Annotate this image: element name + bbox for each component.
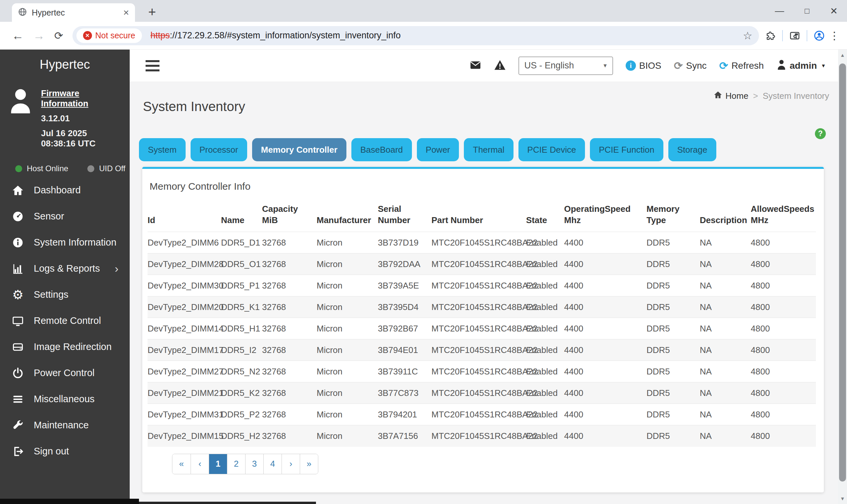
tab-bar: System Processor Memory Controller BaseB… (139, 138, 716, 161)
scrollbar-thumb[interactable] (839, 64, 846, 482)
table-cell: DevType2_DIMM27 (148, 361, 221, 382)
page-first-button[interactable]: « (172, 454, 191, 474)
window-minimize-icon[interactable]: — (775, 6, 784, 16)
tab-pcie-device[interactable]: PCIE Device (518, 138, 585, 161)
warning-icon[interactable] (494, 59, 506, 72)
window-close-icon[interactable]: ✕ (830, 6, 838, 17)
breadcrumb-home-icon (714, 91, 722, 102)
breadcrumb-home-link[interactable]: Home (714, 91, 748, 102)
help-icon[interactable]: ? (815, 128, 826, 139)
table-cell: 32768 (262, 425, 317, 447)
table-cell: MTC20F1045S1RC48BA22 (431, 425, 526, 447)
table-cell: DDR5_N2 (221, 361, 262, 382)
table-cell: 32768 (262, 296, 317, 318)
side-panel-search-icon[interactable] (788, 30, 801, 41)
scrollbar[interactable]: ▲ ▼ (838, 50, 847, 504)
refresh-icon: ⟳ (719, 60, 728, 71)
table-cell: 4400 (564, 361, 646, 382)
window-maximize-icon[interactable]: □ (805, 6, 810, 16)
page-3-button[interactable]: 3 (245, 454, 263, 474)
page-4-button[interactable]: 4 (263, 454, 281, 474)
mail-icon[interactable] (469, 59, 481, 72)
browser-tab[interactable]: Hypertec × (12, 3, 135, 22)
table-cell: DevType2_DIMM30 (148, 275, 221, 296)
sidebar-item-settings[interactable]: ⚙ Settings (0, 282, 130, 308)
sidebar-item-logs-reports[interactable]: Logs & Reports › (0, 255, 130, 282)
sidebar-item-maintenance[interactable]: Maintenance (0, 412, 130, 438)
profile-icon[interactable] (813, 30, 826, 42)
sidebar-item-image-redirection[interactable]: Image Redirection (0, 334, 130, 360)
table-cell: DDR5 (646, 253, 700, 275)
table-cell: 4800 (751, 425, 816, 447)
url-bar[interactable]: ✕ Not secure https://172.29.2.58/#system… (72, 26, 759, 45)
scroll-up-icon[interactable]: ▲ (838, 52, 847, 58)
table-cell: 4400 (564, 318, 646, 339)
tab-close-icon[interactable]: × (123, 7, 129, 18)
page-next-button[interactable]: › (281, 454, 300, 474)
bookmark-star-icon[interactable]: ☆ (743, 30, 753, 42)
page-prev-button[interactable]: ‹ (191, 454, 209, 474)
bottom-clipped-bar (0, 499, 139, 504)
tab-power[interactable]: Power (417, 138, 459, 161)
table-cell: 4400 (564, 296, 646, 318)
firmware-build-time: Jul 16 2025 08:38:16 UTC (41, 128, 121, 149)
forward-icon[interactable]: → (33, 30, 45, 42)
sidebar-item-remote-control[interactable]: Remote Control (0, 308, 130, 334)
page-last-button[interactable]: » (300, 454, 318, 474)
tab-memory-controller[interactable]: Memory Controller (252, 138, 346, 161)
firmware-information-link[interactable]: Firmware Information (41, 88, 121, 109)
table-cell: 3B794201 (378, 404, 431, 425)
page-2-button[interactable]: 2 (227, 454, 245, 474)
menu-toggle-icon[interactable] (145, 60, 159, 71)
table-cell: DevType2_DIMM17 (148, 339, 221, 361)
col-allowed-speeds: AllowedSpeedsMHz (751, 200, 816, 232)
new-tab-button[interactable]: + (148, 5, 156, 19)
table-cell: 4400 (564, 404, 646, 425)
table-row: DevType2_DIMM6DDR5_D132768Micron3B737D19… (148, 232, 816, 253)
sidebar-item-miscellaneous[interactable]: Miscellaneous (0, 386, 130, 412)
table-row: DevType2_DIMM20DDR5_K132768Micron3B7395D… (148, 296, 816, 318)
reload-icon[interactable]: ⟳ (54, 31, 63, 41)
not-secure-badge[interactable]: ✕ Not secure (76, 29, 142, 43)
extensions-icon[interactable] (764, 31, 777, 41)
table-row: DevType2_DIMM28DDR5_O132768Micron3B792DA… (148, 253, 816, 275)
uid-status: UID Off (87, 164, 125, 173)
scroll-down-icon[interactable]: ▼ (838, 496, 847, 501)
bios-button[interactable]: i BIOS (626, 60, 661, 71)
col-id: Id (148, 200, 221, 232)
sign-out-icon (11, 446, 24, 457)
table-cell: 3B737D19 (378, 232, 431, 253)
sidebar-item-system-information[interactable]: System Information (0, 229, 130, 255)
sidebar-item-power-control[interactable]: Power Control (0, 360, 130, 386)
table-cell: 3B739A5E (378, 275, 431, 296)
user-menu[interactable]: admin ▼ (777, 59, 826, 72)
tab-pcie-function[interactable]: PCIE Function (590, 138, 663, 161)
tab-system[interactable]: System (139, 138, 186, 161)
table-cell: DDR5 (646, 339, 700, 361)
table-cell: NA (700, 275, 751, 296)
table-cell: Micron (317, 296, 378, 318)
tab-baseboard[interactable]: BaseBoard (351, 138, 412, 161)
browser-menu-icon[interactable]: ⋮ (829, 30, 840, 42)
refresh-button[interactable]: ⟳ Refresh (719, 60, 764, 71)
info-icon (11, 237, 24, 249)
tab-thermal[interactable]: Thermal (464, 138, 513, 161)
table-cell: MTC20F1045S1RC48BA22 (431, 404, 526, 425)
language-select[interactable]: US - English ▼ (518, 56, 613, 75)
table-cell: MTC20F1045S1RC48BA22 (431, 275, 526, 296)
tab-processor[interactable]: Processor (191, 138, 247, 161)
table-cell: DevType2_DIMM14 (148, 318, 221, 339)
sidebar-item-sign-out[interactable]: Sign out (0, 438, 130, 464)
col-operating-speed: OperatingSpeedMhz (564, 200, 646, 232)
table-cell: 3B792DAA (378, 253, 431, 275)
page-1-button[interactable]: 1 (209, 454, 227, 474)
sidebar-item-dashboard[interactable]: Dashboard (0, 177, 130, 203)
table-cell: Enabled (526, 232, 564, 253)
tab-storage[interactable]: Storage (668, 138, 716, 161)
table-cell: 4800 (751, 253, 816, 275)
table-cell: 4800 (751, 318, 816, 339)
breadcrumb-separator: > (753, 91, 758, 101)
sidebar-item-sensor[interactable]: Sensor (0, 203, 130, 229)
sync-button[interactable]: ⟳ Sync (674, 60, 707, 71)
back-icon[interactable]: ← (12, 30, 24, 42)
